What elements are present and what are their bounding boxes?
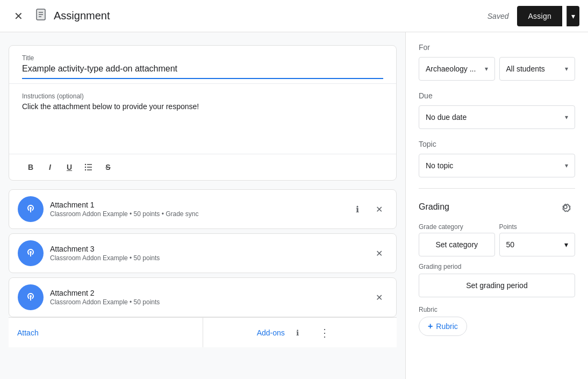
topic-label: Topic — [419, 140, 575, 148]
addons-more-button[interactable]: ⋮ — [315, 323, 334, 342]
title-value[interactable]: Example activity-type add-on attachment — [22, 64, 383, 79]
attachment-info: Attachment 3 Classroom Addon Example • 5… — [50, 245, 364, 262]
attachment-meta: Classroom Addon Example • 50 points • Gr… — [50, 210, 342, 218]
remove-attachment-button[interactable]: ✕ — [370, 201, 388, 218]
attachment-name: Attachment 2 — [50, 289, 364, 297]
svg-point-10 — [85, 169, 86, 170]
add-rubric-button[interactable]: + Rubric — [419, 317, 467, 336]
points-dropdown[interactable]: 50 ▾ — [499, 233, 576, 256]
bold-button[interactable]: B — [22, 159, 39, 176]
italic-button[interactable]: I — [41, 159, 59, 176]
attachment-actions: ✕ — [370, 245, 388, 262]
chevron-down-icon: ▾ — [485, 65, 488, 73]
topic-section: Topic No topic ▾ — [419, 140, 575, 177]
divider — [419, 188, 575, 189]
attachment-meta: Classroom Addon Example • 50 points — [50, 254, 364, 262]
grading-columns: Grade category Set category Points 50 ▾ — [419, 223, 575, 256]
class-value: Archaeology ... — [426, 65, 476, 73]
points-col: Points 50 ▾ — [499, 223, 576, 256]
for-dropdowns: Archaeology ... ▾ All students ▾ — [419, 57, 575, 81]
addons-button[interactable]: Add-ons ℹ ⋮ — [203, 318, 389, 347]
grade-category-label: Grade category — [419, 223, 495, 231]
left-panel: Title Example activity-type add-on attac… — [0, 32, 405, 379]
instructions-section: Instructions (optional) Click the attach… — [9, 84, 396, 154]
grading-period-label: Grading period — [419, 263, 575, 270]
chevron-down-icon: ▾ — [571, 12, 575, 20]
header-right: Saved Assign ▾ — [487, 6, 579, 26]
right-panel: For Archaeology ... ▾ All students ▾ Due… — [405, 32, 588, 379]
grading-period-section: Grading period Set grading period — [419, 263, 575, 297]
close-icon: ✕ — [14, 10, 23, 23]
attachment-info: Attachment 1 Classroom Addon Example • 5… — [50, 201, 342, 218]
points-value: 50 — [506, 240, 515, 249]
list-button[interactable] — [80, 159, 97, 176]
due-section: Due No due date ▾ — [419, 91, 575, 129]
grading-settings-button[interactable] — [556, 197, 575, 217]
attachment-icon — [18, 196, 44, 222]
grade-category-col: Grade category Set category — [419, 223, 495, 256]
attachment-name: Attachment 1 — [50, 201, 342, 209]
attachment-icon — [18, 240, 44, 266]
close-button[interactable]: ✕ — [9, 6, 28, 26]
points-label: Points — [499, 223, 576, 231]
underline-button[interactable]: U — [61, 159, 78, 176]
list-item: Attachment 3 Classroom Addon Example • 5… — [9, 233, 397, 273]
for-section: For Archaeology ... ▾ All students ▾ — [419, 43, 575, 81]
plus-icon: + — [428, 321, 433, 331]
rubric-label: Rubric — [419, 306, 575, 313]
text-toolbar: B I U S — [9, 154, 396, 180]
remove-attachment-button[interactable]: ✕ — [370, 245, 388, 262]
due-date-value: No due date — [426, 113, 467, 121]
title-label: Title — [22, 54, 383, 62]
assign-button[interactable]: Assign — [517, 6, 562, 26]
rubric-section: Rubric + Rubric — [419, 306, 575, 336]
set-grading-period-button[interactable]: Set grading period — [419, 274, 575, 297]
class-dropdown[interactable]: Archaeology ... ▾ — [419, 57, 495, 81]
list-item: Attachment 2 Classroom Addon Example • 5… — [9, 277, 397, 317]
grading-title: Grading — [419, 202, 449, 212]
students-value: All students — [506, 65, 545, 73]
grading-section: Grading Grade category Set category Poin… — [419, 197, 575, 336]
set-category-button[interactable]: Set category — [419, 233, 495, 256]
svg-point-8 — [85, 164, 86, 165]
chevron-down-icon: ▾ — [564, 240, 568, 249]
chevron-down-icon: ▾ — [565, 113, 568, 121]
grading-header: Grading — [419, 197, 575, 217]
assignment-card: Title Example activity-type add-on attac… — [9, 45, 397, 181]
topic-value: No topic — [426, 161, 453, 170]
addons-info-button[interactable]: ℹ — [289, 324, 306, 341]
attachment-actions: ✕ — [370, 289, 388, 306]
page-title: Assignment — [54, 10, 110, 22]
info-button[interactable]: ℹ — [349, 201, 366, 218]
remove-attachment-button[interactable]: ✕ — [370, 289, 388, 306]
header: ✕ Assignment Saved Assign ▾ — [0, 0, 588, 32]
attachments-list: Attachment 1 Classroom Addon Example • 5… — [9, 189, 397, 317]
attachment-icon — [18, 284, 44, 310]
bottom-toolbar: Attach Add-ons ℹ ⋮ — [9, 317, 397, 347]
main-content: Title Example activity-type add-on attac… — [0, 32, 588, 379]
header-left: ✕ Assignment — [9, 6, 487, 26]
strikethrough-button[interactable]: S — [99, 159, 117, 176]
doc-icon — [34, 8, 47, 24]
svg-point-9 — [85, 167, 86, 168]
title-section: Title Example activity-type add-on attac… — [9, 46, 396, 84]
attach-button[interactable]: Attach — [17, 324, 203, 341]
addons-label: Add-ons — [257, 328, 285, 337]
attachment-name: Attachment 3 — [50, 245, 364, 253]
attachment-info: Attachment 2 Classroom Addon Example • 5… — [50, 289, 364, 306]
list-item: Attachment 1 Classroom Addon Example • 5… — [9, 189, 397, 229]
instructions-label: Instructions (optional) — [22, 92, 383, 100]
for-label: For — [419, 43, 575, 52]
attachment-actions: ℹ ✕ — [349, 201, 388, 218]
rubric-btn-label: Rubric — [436, 322, 457, 331]
due-label: Due — [419, 91, 575, 100]
chevron-down-icon: ▾ — [565, 162, 568, 169]
assign-dropdown-button[interactable]: ▾ — [567, 6, 579, 26]
topic-dropdown[interactable]: No topic ▾ — [419, 154, 575, 177]
saved-status: Saved — [487, 12, 509, 20]
students-dropdown[interactable]: All students ▾ — [499, 57, 576, 81]
instructions-value[interactable]: Click the attachment below to provide yo… — [22, 102, 383, 145]
chevron-down-icon: ▾ — [565, 65, 568, 73]
attachment-meta: Classroom Addon Example • 50 points — [50, 298, 364, 306]
due-date-dropdown[interactable]: No due date ▾ — [419, 105, 575, 129]
